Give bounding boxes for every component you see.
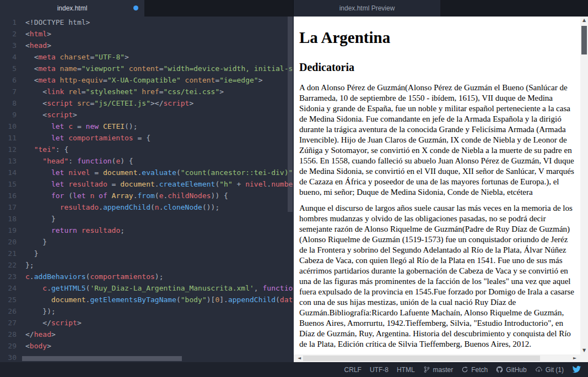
code-line[interactable]: 11 let comportamientos = { [0,132,294,144]
code-line[interactable]: 22}; [0,259,294,271]
code-line[interactable]: 16 for (let n of Array.from(e.childNodes… [0,190,294,201]
editor-vertical-scrollbar[interactable] [288,17,293,212]
preview-heading: Dedicatoria [299,61,576,74]
status-github[interactable]: GitHub [496,366,526,374]
code-line[interactable]: 4 <meta charset="UTF-8"> [0,51,294,63]
status-eol[interactable]: CRLF [344,366,362,374]
code-editor[interactable]: 1<!DOCTYPE html>2<html>3<head>4 <meta ch… [0,17,294,362]
code-line[interactable]: 10 let c = new CETEI(); [0,121,294,132]
line-number: 26 [0,305,17,317]
line-number: 24 [0,282,17,294]
code-line[interactable]: 29<body> [0,340,294,352]
code-text: for (let n of Array.from(e.childNodes)) … [25,190,228,201]
code-line[interactable]: 1<!DOCTYPE html> [0,17,294,28]
code-text: <meta charset="UTF-8"> [25,51,129,63]
code-text: }); [25,305,56,317]
status-git-sync[interactable]: Git (1) [535,366,564,374]
github-icon [496,366,503,373]
preview-paragraph: Aunque el discurso de largos años suele … [299,203,576,349]
line-number: 15 [0,178,17,190]
status-encoding[interactable]: UTF-8 [370,366,389,374]
code-text: <meta name="viewport" content="width=dev… [25,63,293,74]
line-number: 23 [0,271,17,282]
tab-bar: index.html index.html Preview [0,0,588,17]
line-number: 8 [0,97,17,109]
line-number: 14 [0,167,17,178]
code-line[interactable]: 3<head> [0,40,294,51]
code-line[interactable]: 24 c.getHTML5('Ruy_Diaz-La_Argentina_Man… [0,282,294,294]
code-text: let nivel = document.evaluate("count(anc… [25,167,293,178]
code-line[interactable]: 28</head> [0,329,294,340]
code-text: "tei": { [25,144,68,155]
tab-index-html[interactable]: index.html [0,0,144,17]
line-number: 4 [0,51,17,63]
cloud-download-icon [535,366,543,373]
line-number: 25 [0,294,17,305]
line-number: 6 [0,74,17,86]
line-number: 3 [0,40,17,51]
scroll-left-icon[interactable]: ◄ [295,354,303,362]
code-line[interactable]: 2<html> [0,28,294,40]
status-fetch[interactable]: Fetch [461,366,488,374]
line-number: 10 [0,121,17,132]
line-number: 17 [0,201,17,213]
code-line[interactable]: 7 <link rel="stylesheet" href="css/tei.c… [0,86,294,97]
code-text: } [25,236,47,248]
status-language-mode[interactable]: HTML [397,366,415,374]
code-editor-window: index.html index.html Preview 1<!DOCTYPE… [0,0,588,377]
scroll-right-icon[interactable]: ► [571,354,579,362]
code-line[interactable]: 15 let resultado = document.createElemen… [0,178,294,190]
tab-label: index.html Preview [339,4,395,12]
code-line[interactable]: 5 <meta name="viewport" content="width=d… [0,63,294,74]
code-line[interactable]: 13 "head": function(e) { [0,155,294,167]
tab-label: index.html [57,4,88,12]
git-branch-icon [423,366,430,373]
code-line[interactable]: 12 "tei": { [0,144,294,155]
code-line[interactable]: 14 let nivel = document.evaluate("count(… [0,167,294,178]
code-line[interactable]: 23c.addBehaviors(comportamientos); [0,271,294,282]
line-number: 11 [0,132,17,144]
preview-vertical-scrollbar[interactable]: ▲ ▼ [580,17,588,354]
line-number: 13 [0,155,17,167]
code-line[interactable]: 6 <meta http-equiv="X-UA-Compatible" con… [0,74,294,86]
code-text: c.addBehaviors(comportamientos); [25,271,163,282]
code-line[interactable]: 9 <script> [0,109,294,121]
preview-document: La Argentina Dedicatoria A don Alonso Pé… [294,17,580,354]
code-line[interactable]: 25 document.getElementsByTagName("body")… [0,294,294,305]
code-line[interactable]: 21 } [0,248,294,259]
preview-horizontal-scrollbar[interactable]: ◄ ► [294,354,580,362]
code-area[interactable]: 1<!DOCTYPE html>2<html>3<head>4 <meta ch… [0,17,294,362]
code-line[interactable]: 19 return resultado; [0,225,294,236]
horizontal-scroll-thumb[interactable] [303,356,540,361]
vertical-scroll-thumb[interactable] [581,26,587,54]
code-line[interactable]: 20 } [0,236,294,248]
scroll-up-icon[interactable]: ▲ [580,17,588,24]
code-text: document.getElementsByTagName("body")[0]… [25,294,293,305]
code-text: let c = new CETEI(); [25,121,138,132]
code-line[interactable]: 18 } [0,213,294,225]
line-number: 16 [0,190,17,201]
code-line[interactable]: 27 </script> [0,317,294,329]
editor-horizontal-scrollbar[interactable] [22,356,182,361]
modified-indicator-dot [133,6,138,10]
code-text: "head": function(e) { [25,155,133,167]
code-text: <link rel="stylesheet" href="css/tei.css… [25,86,224,97]
tab-index-html-preview[interactable]: index.html Preview [294,0,440,17]
code-text: } [25,213,56,225]
code-text: c.getHTML5('Ruy_Diaz-La_Argentina_Manusc… [25,282,293,294]
editor-tab-group: index.html [0,0,294,17]
main-area: 1<!DOCTYPE html>2<html>3<head>4 <meta ch… [0,17,588,362]
preview-paragraph: A don Alonso Pérez de Guzmán(Alonso Pére… [299,83,576,198]
code-line[interactable]: 17 resultado.appendChild(n.cloneNode()); [0,201,294,213]
code-text: let comportamientos = { [25,132,150,144]
scroll-down-icon[interactable]: ▼ [580,347,588,354]
code-line[interactable]: 26 }); [0,305,294,317]
status-tweet[interactable] [572,365,581,374]
preview-title: La Argentina [299,29,576,47]
status-git-branch[interactable]: master [423,366,454,374]
line-number: 2 [0,28,17,40]
code-text: <script src="js/CETEI.js"></script> [25,97,193,109]
code-line[interactable]: 8 <script src="js/CETEI.js"></script> [0,97,294,109]
line-number: 12 [0,144,17,155]
preview-tab-group: index.html Preview [294,0,588,17]
